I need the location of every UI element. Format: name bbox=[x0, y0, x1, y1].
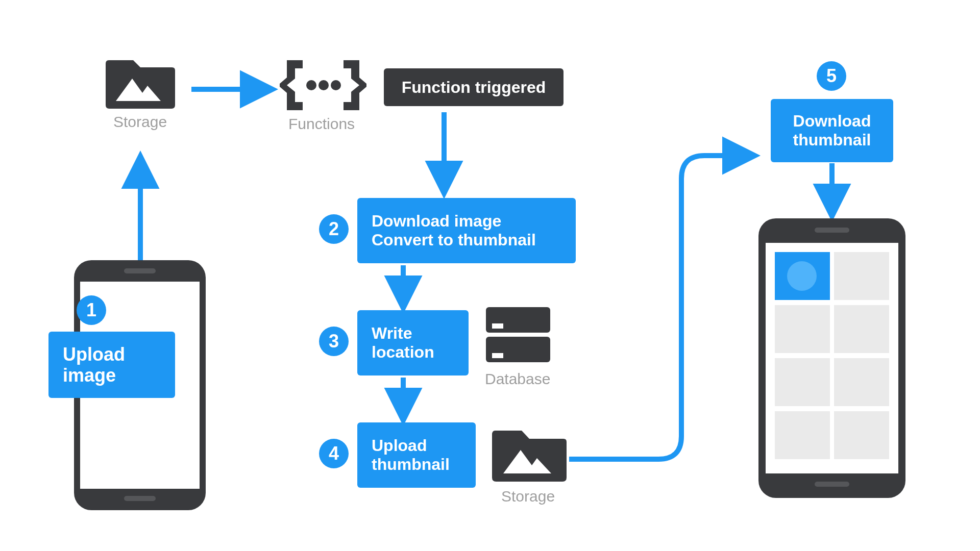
badge-1: 1 bbox=[77, 295, 106, 325]
storage-top-caption: Storage bbox=[113, 113, 167, 131]
svg-rect-12 bbox=[486, 337, 550, 362]
write-location-l2: location bbox=[372, 343, 434, 362]
badge-1-text: 1 bbox=[86, 299, 96, 321]
functions-icon bbox=[280, 57, 366, 113]
badge-2: 2 bbox=[319, 214, 349, 244]
download-thumbnail-box: Download thumbnail bbox=[771, 99, 893, 162]
grid-cell bbox=[834, 252, 889, 300]
phone-right bbox=[758, 218, 905, 498]
download-convert-l2: Convert to thumbnail bbox=[372, 231, 536, 249]
upload-image-box: Uploadimage bbox=[48, 332, 175, 398]
badge-4: 4 bbox=[319, 439, 349, 468]
badge-3: 3 bbox=[319, 327, 349, 356]
download-thumbnail-l1: Download bbox=[785, 112, 879, 131]
database-caption: Database bbox=[485, 370, 550, 388]
upload-thumbnail-l1: Upload bbox=[372, 436, 450, 455]
phone-left-speaker-top bbox=[124, 268, 156, 273]
thumb-circle bbox=[787, 261, 817, 291]
svg-point-9 bbox=[331, 80, 341, 90]
thumb-cell-active bbox=[775, 252, 830, 300]
upload-thumbnail-l2: thumbnail bbox=[372, 455, 450, 474]
database-icon bbox=[485, 305, 551, 365]
function-triggered-text: Function triggered bbox=[402, 78, 546, 97]
diagram-stage: 1 Uploadimage // split "Upload image" in… bbox=[0, 0, 980, 551]
phone-right-screen bbox=[766, 243, 898, 473]
write-location-box: Write location bbox=[357, 310, 469, 375]
grid-cell bbox=[834, 305, 889, 353]
svg-point-7 bbox=[306, 80, 316, 90]
write-location-l1: Write bbox=[372, 324, 434, 343]
badge-3-text: 3 bbox=[329, 331, 339, 352]
grid-cell bbox=[775, 411, 830, 459]
badge-5: 5 bbox=[817, 61, 846, 91]
badge-4-text: 4 bbox=[329, 443, 339, 464]
upload-thumbnail-box: Upload thumbnail bbox=[357, 422, 476, 488]
phone-left-speaker-bottom bbox=[124, 496, 156, 501]
badge-5-text: 5 bbox=[826, 65, 837, 87]
phone-right-speaker-bottom bbox=[815, 482, 849, 487]
grid-cell bbox=[775, 358, 830, 406]
badge-2-text: 2 bbox=[329, 218, 339, 240]
upload-image-l1: Uploadimage bbox=[63, 344, 125, 386]
svg-rect-10 bbox=[486, 307, 550, 333]
download-convert-l1: Download image bbox=[372, 212, 536, 231]
storage-icon-top bbox=[105, 51, 176, 110]
phone-right-speaker-top bbox=[815, 228, 849, 233]
storage-icon-bottom bbox=[491, 421, 568, 483]
function-triggered-box: Function triggered bbox=[384, 68, 564, 106]
download-convert-box: Download image Convert to thumbnail bbox=[357, 198, 576, 263]
grid-cell bbox=[834, 411, 889, 459]
grid-cell bbox=[775, 305, 830, 353]
grid-cell bbox=[834, 358, 889, 406]
svg-rect-11 bbox=[492, 323, 503, 329]
download-thumbnail-l2: thumbnail bbox=[785, 131, 879, 149]
storage-bottom-caption: Storage bbox=[501, 488, 555, 505]
svg-rect-13 bbox=[492, 353, 503, 358]
functions-caption: Functions bbox=[288, 115, 355, 133]
svg-point-8 bbox=[318, 80, 329, 90]
